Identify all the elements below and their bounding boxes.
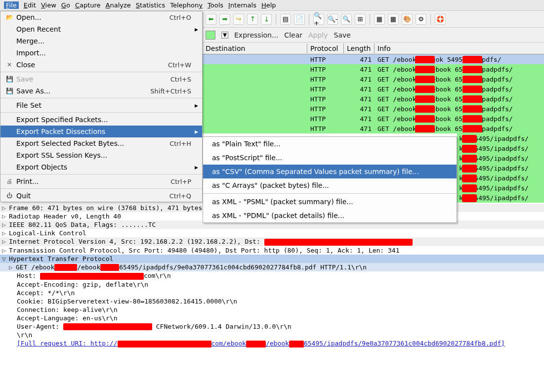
help-icon[interactable]: 🛟 bbox=[435, 14, 446, 25]
packet-row[interactable]: HTTP471GET /ebooka s/ebook 65495/ipadpdf… bbox=[203, 94, 544, 104]
menu-item[interactable]: Merge... bbox=[0, 35, 202, 47]
packet-row[interactable]: HTTP471GET /ebooka s/ebook 65495/ipadpdf… bbox=[203, 64, 544, 74]
tree-llc[interactable]: Logical-Link Control bbox=[9, 229, 86, 237]
go-first-icon[interactable]: ⤒ bbox=[247, 14, 258, 25]
zoom-out-icon[interactable]: 🔍- bbox=[327, 14, 338, 25]
menu-item[interactable]: 🖨Print...Ctrl+P bbox=[0, 175, 202, 187]
packet-row[interactable]: k 765495/ipadpdfs/ bbox=[457, 163, 544, 173]
tree-connection[interactable]: Connection: keep-alive\r\n bbox=[17, 306, 118, 313]
tree-cookie[interactable]: Cookie: BIGipServeretext-view-80=1856030… bbox=[17, 298, 237, 305]
packet-row[interactable]: k 765495/ipadpdfs/ bbox=[457, 153, 544, 163]
apply-button[interactable]: Apply bbox=[308, 31, 328, 39]
submenu-item[interactable]: as XML - "PSML" (packet summary) file... bbox=[203, 195, 457, 209]
menu-help[interactable]: Help bbox=[261, 1, 276, 9]
packet-row[interactable]: HTTP471GET /ebooka s/ebook 65495/ipadpdf… bbox=[203, 114, 544, 124]
display-filters-icon[interactable]: ▦ bbox=[388, 14, 399, 25]
packet-row[interactable]: k 765495/ipadpdfs/ bbox=[457, 143, 544, 153]
menu-capture[interactable]: Capture bbox=[75, 1, 101, 9]
menu-item[interactable]: Export Packet Dissections▸ bbox=[0, 126, 202, 137]
jump-icon[interactable]: ↪ bbox=[233, 14, 244, 25]
menu-item[interactable]: Export Specified Packets... bbox=[0, 114, 202, 126]
menu-item[interactable]: ⏻QuitCtrl+Q bbox=[0, 190, 202, 202]
expand-icon[interactable]: ▷ bbox=[2, 238, 9, 245]
tree-crlf[interactable]: \r\n bbox=[17, 331, 32, 339]
menu-item[interactable]: Open Recent▸ bbox=[0, 23, 202, 35]
coloring-rules-icon[interactable]: 🎨 bbox=[402, 14, 413, 25]
colorize-icon[interactable]: ▤ bbox=[280, 14, 291, 25]
menu-item[interactable]: File Set▸ bbox=[0, 99, 202, 111]
forward-icon[interactable]: ➡ bbox=[219, 14, 230, 25]
menu-statistics[interactable]: Statistics bbox=[136, 1, 165, 9]
tree-host[interactable]: Host: com\r\n bbox=[17, 272, 171, 280]
packet-row[interactable]: k 765495/ipadpdfs/ bbox=[457, 183, 544, 193]
expand-icon[interactable]: ▷ bbox=[2, 221, 9, 228]
tree-full-uri[interactable]: [Full request URI: http://com/ebook/eboo… bbox=[17, 340, 505, 348]
packet-row[interactable]: k 765495/ipadpdfs/ bbox=[457, 173, 544, 183]
tree-tcp[interactable]: Transmission Control Protocol, Src Port:… bbox=[9, 247, 400, 254]
menu-view[interactable]: View bbox=[41, 1, 56, 9]
save-button[interactable]: Save bbox=[334, 31, 351, 39]
menu-go[interactable]: Go bbox=[61, 1, 70, 9]
clear-button[interactable]: Clear bbox=[284, 31, 302, 39]
packet-details-tree[interactable]: ▷Frame 60: 471 bytes on wire (3768 bits)… bbox=[0, 203, 544, 349]
zoom-in-icon[interactable]: 🔍+ bbox=[313, 14, 324, 25]
submenu-item[interactable]: as "Plain Text" file... bbox=[203, 137, 457, 151]
tree-user-agent[interactable]: User-Agent: CFNetwork/609.1.4 Darwin/13.… bbox=[17, 323, 292, 331]
menubar: File Edit View Go Capture Analyze Statis… bbox=[0, 0, 544, 11]
col-length[interactable]: Length bbox=[344, 44, 375, 53]
menu-internals[interactable]: Internals bbox=[228, 1, 256, 9]
packet-row[interactable]: HTTP471GET /ebooka s/ebook 65495/ipadpdf… bbox=[203, 74, 544, 84]
expand-icon[interactable]: ▷ bbox=[2, 213, 9, 220]
menu-item[interactable]: Export SSL Session Keys... bbox=[0, 149, 202, 161]
menu-telephony[interactable]: Telephony bbox=[170, 1, 203, 9]
resize-cols-icon[interactable]: ⊞ bbox=[355, 14, 366, 25]
tree-http[interactable]: Hypertext Transfer Protocol bbox=[9, 255, 113, 262]
col-destination[interactable]: Destination bbox=[203, 44, 307, 53]
tree-accept-encoding[interactable]: Accept-Encoding: gzip, deflate\r\n bbox=[17, 281, 148, 288]
submenu-item[interactable]: as XML - "PDML" (packet details) file... bbox=[203, 209, 457, 222]
go-last-icon[interactable]: ⤓ bbox=[261, 14, 272, 25]
expression-button[interactable]: Expression... bbox=[234, 31, 278, 39]
tree-radiotap[interactable]: Radiotap Header v0, Length 40 bbox=[9, 213, 121, 220]
submenu-item[interactable]: as "CSV" (Comma Separated Values packet … bbox=[203, 165, 457, 178]
tree-accept-lang[interactable]: Accept-Language: en-us\r\n bbox=[17, 314, 118, 322]
col-info[interactable]: Info bbox=[375, 44, 544, 53]
expand-icon[interactable]: ▷ bbox=[9, 263, 16, 271]
menu-item[interactable]: Export Selected Packet Bytes...Ctrl+H bbox=[0, 137, 202, 149]
filter-dropdown-icon[interactable]: ▼ bbox=[221, 32, 228, 39]
zoom-reset-icon[interactable]: 🔍 bbox=[341, 14, 352, 25]
separator bbox=[309, 14, 309, 25]
expand-icon[interactable]: ▷ bbox=[2, 204, 9, 212]
filter-input[interactable] bbox=[206, 31, 215, 40]
menu-item[interactable]: 💾Save As...Shift+Ctrl+S bbox=[0, 85, 202, 97]
back-icon[interactable]: ⬅ bbox=[206, 14, 216, 25]
expand-icon[interactable]: ▷ bbox=[2, 247, 9, 254]
submenu-item[interactable]: as "PostScript" file... bbox=[203, 151, 457, 165]
menu-item[interactable]: 💾SaveCtrl+S bbox=[0, 73, 202, 85]
tree-ieee[interactable]: IEEE 802.11 QoS Data, Flags: .......TC bbox=[9, 221, 156, 228]
menu-item[interactable]: Import... bbox=[0, 47, 202, 59]
menu-tools[interactable]: Tools bbox=[208, 1, 223, 9]
packet-row[interactable]: HTTP471GET /ebook /ebook 5495/ipadpdfs/ bbox=[203, 54, 544, 64]
tree-get[interactable]: GET /ebook/ebook65495/ipadpdfs/9e0a37077… bbox=[16, 263, 367, 271]
submenu-item[interactable]: as "C Arrays" (packet bytes) file... bbox=[203, 178, 457, 192]
menu-item[interactable]: 📂Open...Ctrl+O bbox=[0, 11, 202, 23]
menu-item[interactable]: Export Objects▸ bbox=[0, 161, 202, 173]
packet-row[interactable]: HTTP471GET /ebooka s/ebook 65495/ipadpdf… bbox=[203, 124, 544, 133]
collapse-icon[interactable]: ▽ bbox=[2, 255, 9, 262]
menu-analyze[interactable]: Analyze bbox=[106, 1, 131, 9]
col-protocol[interactable]: Protocol bbox=[307, 44, 344, 53]
expand-icon[interactable]: ▷ bbox=[2, 229, 9, 237]
packet-row[interactable]: k 765495/ipadpdfs/ bbox=[457, 193, 544, 203]
tree-ip[interactable]: Internet Protocol Version 4, Src: 192.16… bbox=[9, 238, 413, 246]
menu-file[interactable]: File bbox=[4, 1, 19, 9]
menu-item[interactable]: ✕CloseCtrl+W bbox=[0, 59, 202, 71]
packet-row[interactable]: k 765495/ipadpdfs/ bbox=[457, 133, 544, 143]
tree-accept[interactable]: Accept: */*\r\n bbox=[17, 289, 75, 297]
capture-filters-icon[interactable]: ▦ bbox=[374, 14, 385, 25]
prefs-icon[interactable]: ⚙ bbox=[416, 14, 426, 25]
packet-row[interactable]: HTTP471GET /ebooka s/ebook 65495/ipadpdf… bbox=[203, 104, 544, 114]
autoscroll-icon[interactable]: 📄 bbox=[294, 14, 305, 25]
menu-edit[interactable]: Edit bbox=[24, 1, 36, 9]
packet-row[interactable]: HTTP471GET /ebooka s/ebook 65495/ipadpdf… bbox=[203, 84, 544, 94]
